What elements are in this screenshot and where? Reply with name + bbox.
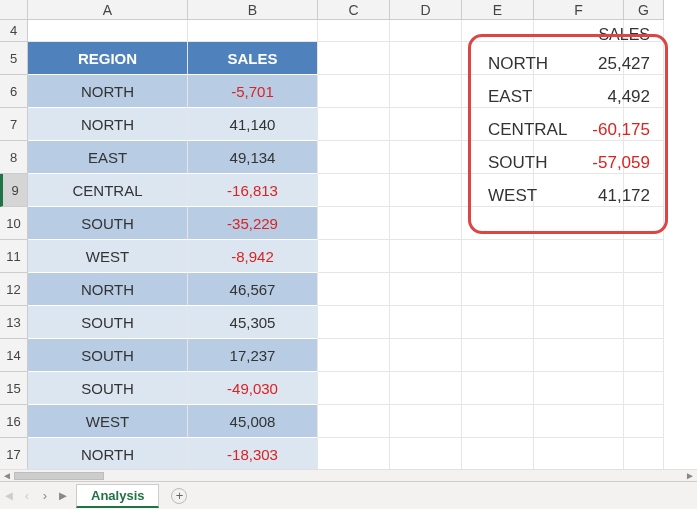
cell[interactable] xyxy=(318,372,390,405)
cell-region[interactable]: NORTH xyxy=(28,438,188,471)
add-sheet-button[interactable]: + xyxy=(171,488,187,504)
cell[interactable] xyxy=(462,306,534,339)
cell-sales[interactable]: 17,237 xyxy=(188,339,318,372)
cell[interactable] xyxy=(390,273,462,306)
row-header-17[interactable]: 17 xyxy=(0,438,28,471)
cell[interactable] xyxy=(534,405,624,438)
cell[interactable] xyxy=(318,75,390,108)
cell[interactable] xyxy=(28,20,188,42)
cell-region[interactable]: SOUTH xyxy=(28,306,188,339)
cell[interactable] xyxy=(390,438,462,471)
cell[interactable] xyxy=(390,42,462,75)
cell-region[interactable]: WEST xyxy=(28,405,188,438)
cell[interactable] xyxy=(390,174,462,207)
cell-sales[interactable]: 49,134 xyxy=(188,141,318,174)
tab-nav-last-icon[interactable]: ► xyxy=(54,488,72,503)
cell-sales[interactable]: -49,030 xyxy=(188,372,318,405)
cell[interactable] xyxy=(390,207,462,240)
cell[interactable] xyxy=(624,273,664,306)
row-header-4[interactable]: 4 xyxy=(0,20,28,42)
cell-sales[interactable]: 45,305 xyxy=(188,306,318,339)
col-header-F[interactable]: F xyxy=(534,0,624,20)
cell[interactable] xyxy=(318,42,390,75)
cell-sales[interactable]: 46,567 xyxy=(188,273,318,306)
row-header-5[interactable]: 5 xyxy=(0,42,28,75)
col-header-E[interactable]: E xyxy=(462,0,534,20)
cell[interactable] xyxy=(462,438,534,471)
cell[interactable] xyxy=(534,306,624,339)
cell[interactable] xyxy=(390,141,462,174)
cell[interactable] xyxy=(624,405,664,438)
cell-sales[interactable]: 41,140 xyxy=(188,108,318,141)
tab-nav-prev-icon[interactable]: ‹ xyxy=(18,488,36,503)
cell[interactable] xyxy=(390,108,462,141)
cell[interactable] xyxy=(534,273,624,306)
cell[interactable] xyxy=(534,240,624,273)
cell[interactable] xyxy=(534,438,624,471)
row-header-8[interactable]: 8 xyxy=(0,141,28,174)
cell[interactable] xyxy=(390,75,462,108)
cell-sales[interactable]: -16,813 xyxy=(188,174,318,207)
cell[interactable] xyxy=(462,240,534,273)
col-header-D[interactable]: D xyxy=(390,0,462,20)
row-header-13[interactable]: 13 xyxy=(0,306,28,339)
select-all-corner[interactable] xyxy=(0,0,28,20)
col-header-B[interactable]: B xyxy=(188,0,318,20)
cell[interactable] xyxy=(390,306,462,339)
cell-sales[interactable]: -5,701 xyxy=(188,75,318,108)
cell[interactable] xyxy=(390,339,462,372)
cell[interactable] xyxy=(318,141,390,174)
col-header-C[interactable]: C xyxy=(318,0,390,20)
cell[interactable] xyxy=(534,372,624,405)
cell[interactable] xyxy=(318,108,390,141)
row-header-15[interactable]: 15 xyxy=(0,372,28,405)
cell[interactable] xyxy=(390,240,462,273)
cell[interactable] xyxy=(318,207,390,240)
row-header-11[interactable]: 11 xyxy=(0,240,28,273)
table-header-region[interactable]: REGION xyxy=(28,42,188,75)
cell-region[interactable]: SOUTH xyxy=(28,207,188,240)
cell[interactable] xyxy=(462,405,534,438)
row-header-16[interactable]: 16 xyxy=(0,405,28,438)
cell[interactable] xyxy=(624,240,664,273)
cell[interactable] xyxy=(390,20,462,42)
cell[interactable] xyxy=(390,372,462,405)
cell[interactable] xyxy=(318,240,390,273)
cell[interactable] xyxy=(462,339,534,372)
cell[interactable] xyxy=(624,306,664,339)
cell-region[interactable]: CENTRAL xyxy=(28,174,188,207)
cell[interactable] xyxy=(318,306,390,339)
tab-nav-next-icon[interactable]: › xyxy=(36,488,54,503)
cell-region[interactable]: SOUTH xyxy=(28,339,188,372)
horizontal-scrollbar[interactable]: ◄ ► xyxy=(0,469,697,481)
row-header-10[interactable]: 10 xyxy=(0,207,28,240)
cell[interactable] xyxy=(462,372,534,405)
cell[interactable] xyxy=(390,405,462,438)
col-header-A[interactable]: A xyxy=(28,0,188,20)
cell-region[interactable]: WEST xyxy=(28,240,188,273)
cell-sales[interactable]: -35,229 xyxy=(188,207,318,240)
cell[interactable] xyxy=(318,20,390,42)
row-header-14[interactable]: 14 xyxy=(0,339,28,372)
cell[interactable] xyxy=(318,273,390,306)
cell[interactable] xyxy=(318,405,390,438)
cell-region[interactable]: NORTH xyxy=(28,75,188,108)
cell[interactable] xyxy=(624,372,664,405)
row-header-7[interactable]: 7 xyxy=(0,108,28,141)
col-header-G[interactable]: G xyxy=(624,0,664,20)
scroll-track[interactable] xyxy=(14,471,683,481)
cell-sales[interactable]: -8,942 xyxy=(188,240,318,273)
cell-sales[interactable]: 45,008 xyxy=(188,405,318,438)
cell[interactable] xyxy=(318,174,390,207)
scroll-left-icon[interactable]: ◄ xyxy=(0,470,14,481)
cell-region[interactable]: SOUTH xyxy=(28,372,188,405)
cell-region[interactable]: EAST xyxy=(28,141,188,174)
cell[interactable] xyxy=(534,339,624,372)
row-header-6[interactable]: 6 xyxy=(0,75,28,108)
cell-region[interactable]: NORTH xyxy=(28,108,188,141)
cell[interactable] xyxy=(624,339,664,372)
row-header-9[interactable]: 9 xyxy=(0,174,28,207)
cell[interactable] xyxy=(624,438,664,471)
sheet-tab-analysis[interactable]: Analysis xyxy=(76,484,159,508)
cell-region[interactable]: NORTH xyxy=(28,273,188,306)
